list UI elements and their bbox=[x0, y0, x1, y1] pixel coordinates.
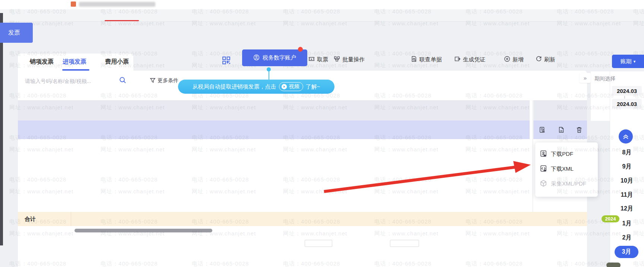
plus-circle-icon bbox=[504, 56, 510, 63]
month-item-dec[interactable]: 12月 bbox=[610, 203, 644, 215]
toolbar-label: 取票 bbox=[317, 56, 328, 63]
month-item-aug[interactable]: 8月 bbox=[610, 147, 644, 158]
partial-next-badge bbox=[606, 263, 621, 267]
more-filters-label: 更多条件 bbox=[158, 77, 178, 84]
horizontal-scrollbar-thumb[interactable] bbox=[74, 229, 212, 232]
tax-digital-account-button[interactable]: 税务数字账户 bbox=[242, 49, 307, 66]
screen: 我的桌面 初始化导航 发票 × 发票 销项发票 进项发票 费用小票 更多条件 bbox=[0, 0, 644, 267]
year-badge: 2024 bbox=[602, 215, 619, 222]
delete-trash-icon[interactable] bbox=[576, 126, 583, 135]
toolbar-label: 批量操作 bbox=[342, 56, 365, 63]
tab-expense-receipts[interactable]: 费用小票 bbox=[105, 58, 129, 66]
menu-item-download-xml[interactable]: 下载XML bbox=[540, 162, 593, 176]
period-button-label: 账期 bbox=[621, 58, 632, 65]
collapsed-left-sidebar[interactable] bbox=[0, 13, 3, 245]
month-item-feb[interactable]: 2月 bbox=[610, 232, 644, 244]
tax-account-icon bbox=[253, 54, 260, 62]
active-invoice-tab-underline bbox=[62, 69, 89, 71]
play-icon bbox=[281, 84, 287, 90]
page-chip-invoice: 发票 bbox=[0, 23, 33, 43]
period-range-dash bbox=[624, 96, 625, 99]
totals-divider bbox=[71, 212, 71, 226]
toolbar-get-tickets[interactable]: 取票 bbox=[308, 56, 328, 63]
tax-account-label: 税务数字账户 bbox=[263, 54, 296, 61]
totals-row: 合计 bbox=[18, 212, 587, 226]
pagination-remnant-box bbox=[390, 240, 419, 247]
menu-item-download-pdf[interactable]: 下载PDF bbox=[540, 147, 593, 161]
menu-label: 下载PDF bbox=[551, 151, 573, 158]
chevron-down-icon: ▾ bbox=[634, 59, 636, 64]
toolbar-label: 联查单据 bbox=[419, 56, 442, 63]
month-item-nov[interactable]: 11月 bbox=[610, 189, 644, 201]
active-tab-underline bbox=[105, 20, 139, 21]
tooltip-text: 从税局自动提取进销项发票，点击 bbox=[193, 83, 276, 90]
table-row[interactable] bbox=[18, 120, 530, 139]
tooltip-connector-line bbox=[269, 71, 269, 80]
xml-file-icon bbox=[540, 165, 547, 173]
red-annotation-arrow bbox=[320, 158, 534, 195]
table-header-operations bbox=[533, 100, 587, 121]
toolbar-generate-voucher[interactable]: 生成凭证 bbox=[454, 56, 485, 63]
period-from-input[interactable]: 2024.03 bbox=[612, 86, 642, 96]
period-select-title: 期间选择 bbox=[594, 75, 615, 82]
video-tooltip-bubble: 从税局自动提取进销项发票，点击 视频 了解~ bbox=[178, 80, 334, 94]
month-item-mar-selected[interactable]: 3月 bbox=[615, 246, 638, 258]
window-tab-bar bbox=[0, 9, 644, 22]
toolbar-label: 新增 bbox=[513, 56, 524, 63]
scroll-to-top-button[interactable] bbox=[619, 129, 633, 144]
preview-voucher-icon[interactable] bbox=[539, 126, 546, 135]
toolbar-add-new[interactable]: 新增 bbox=[504, 56, 524, 63]
batch-icon bbox=[334, 56, 340, 63]
menu-label: 下载XML bbox=[551, 165, 574, 173]
period-to-input[interactable]: 2024.03 bbox=[612, 99, 642, 109]
table-header bbox=[18, 100, 530, 121]
menu-label: 采集XML/PDF bbox=[551, 180, 586, 187]
search-submit-icon[interactable] bbox=[119, 77, 126, 85]
collapse-panel-icon[interactable]: » bbox=[580, 73, 591, 83]
browser-remnant-strip bbox=[0, 0, 644, 9]
tab-input-invoices[interactable]: 进项发票 bbox=[63, 58, 86, 66]
notification-red-dot bbox=[298, 47, 303, 52]
toolbar-refresh[interactable]: 刷新 bbox=[536, 56, 555, 63]
collect-cube-icon bbox=[540, 180, 547, 188]
tooltip-anchor-dot bbox=[267, 67, 271, 71]
scan-qr-icon[interactable] bbox=[222, 56, 231, 67]
remnant-orange-glyph bbox=[71, 1, 76, 7]
pagination-remnant-box bbox=[305, 240, 332, 247]
more-filters-button[interactable]: 更多条件 bbox=[150, 77, 178, 84]
funnel-icon bbox=[150, 78, 155, 84]
accounting-period-button[interactable]: 账期 ▾ bbox=[612, 55, 644, 68]
tooltip-text-after: 了解~ bbox=[306, 83, 320, 90]
toolbar-linked-documents[interactable]: 联查单据 bbox=[411, 56, 442, 63]
video-button[interactable]: 视频 bbox=[279, 82, 303, 91]
menu-item-collect-xml-pdf[interactable]: 采集XML/PDF bbox=[540, 177, 593, 191]
generate-voucher-icon bbox=[454, 56, 461, 63]
refresh-icon bbox=[536, 56, 542, 63]
toolbar-label: 生成凭证 bbox=[463, 56, 485, 63]
download-context-menu: 下载PDF 下载XML 采集XML/PDF bbox=[535, 142, 598, 197]
file-download-icon[interactable] bbox=[558, 126, 565, 135]
month-item-sep[interactable]: 9月 bbox=[610, 161, 644, 173]
ticket-icon bbox=[308, 56, 315, 63]
search-input[interactable] bbox=[24, 75, 122, 87]
pdf-file-icon bbox=[540, 150, 547, 158]
video-label: 视频 bbox=[289, 83, 299, 90]
toolbar-label: 刷新 bbox=[544, 56, 555, 63]
remnant-blurred-text bbox=[79, 2, 155, 7]
toolbar-batch-operations[interactable]: 批量操作 bbox=[334, 56, 365, 63]
totals-label: 合计 bbox=[25, 212, 36, 226]
month-item-oct[interactable]: 10月 bbox=[610, 175, 644, 187]
doc-search-icon bbox=[411, 56, 417, 63]
tab-output-invoices[interactable]: 销项发票 bbox=[30, 58, 54, 66]
